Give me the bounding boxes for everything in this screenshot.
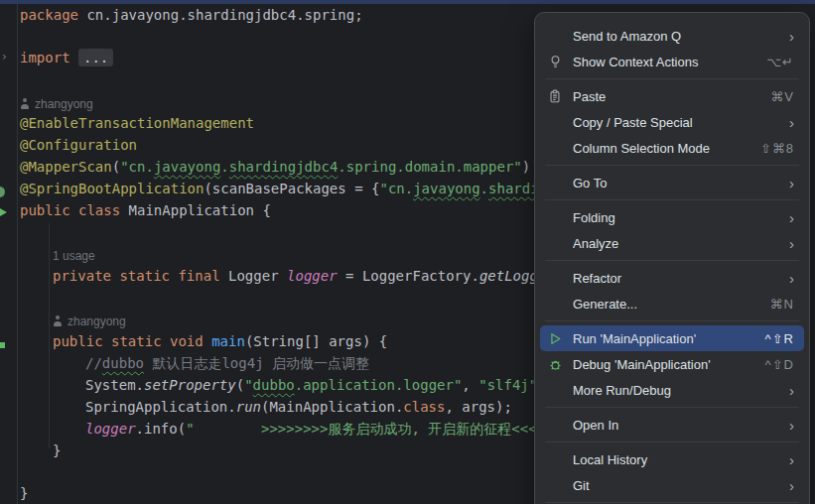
code-segment: (MainApplication. bbox=[261, 399, 403, 415]
code-segment: run bbox=[236, 399, 261, 415]
menu-separator bbox=[545, 407, 799, 408]
author-person-icon bbox=[53, 315, 63, 326]
menu-item-label: More Run/Debug bbox=[573, 383, 779, 398]
menu-item-label: Refactor bbox=[573, 271, 779, 286]
menu-item-label: Show Context Actions bbox=[573, 55, 756, 69]
code-line[interactable]: SpringApplication.run(MainApplication.cl… bbox=[85, 396, 512, 418]
author-person-icon bbox=[20, 98, 30, 109]
spring-bean-icon[interactable] bbox=[0, 187, 5, 197]
code-segment: import bbox=[20, 50, 78, 65]
menu-icon-placeholder bbox=[545, 270, 565, 286]
code-line[interactable]: } bbox=[20, 482, 28, 504]
code-segment: } bbox=[53, 442, 61, 458]
menu-item-label: Open In bbox=[573, 418, 779, 433]
code-segment: . bbox=[220, 159, 228, 175]
menu-item-debug-mainapplication[interactable]: Debug 'MainApplication'^⇧D bbox=[540, 351, 804, 377]
menu-item-send-to-amazon-q[interactable]: Send to Amazon Q› bbox=[540, 23, 804, 49]
menu-item-label: Git bbox=[573, 478, 779, 493]
menu-item-paste[interactable]: Paste⌘V bbox=[540, 83, 804, 109]
import-folded-line[interactable]: import ... bbox=[20, 47, 113, 68]
debug-icon bbox=[545, 356, 565, 372]
code-segment: main bbox=[211, 333, 245, 349]
shortcut-label: ^⇧D bbox=[765, 357, 794, 372]
code-line[interactable]: package cn.javayong.shardingjdbc4.spring… bbox=[20, 4, 363, 26]
menu-item-label: Folding bbox=[573, 210, 779, 225]
menu-item-git[interactable]: Git› bbox=[540, 472, 804, 498]
clipboard-icon bbox=[545, 88, 565, 104]
code-line[interactable]: @Configuration bbox=[20, 134, 137, 156]
code-segment: (String[] args) { bbox=[245, 333, 387, 349]
code-segment: package bbox=[20, 7, 86, 23]
fold-chevron-icon[interactable]: › bbox=[2, 50, 7, 63]
menu-item-refactor[interactable]: Refactor› bbox=[540, 265, 804, 291]
indent-guide bbox=[49, 223, 50, 448]
shortcut-label: ^⇧R bbox=[765, 331, 794, 346]
code-segment: } bbox=[20, 485, 28, 501]
menu-item-analyze[interactable]: Analyze› bbox=[540, 230, 804, 256]
submenu-arrow-icon: › bbox=[789, 176, 794, 190]
code-segment: (scanBasePackages = { bbox=[204, 181, 379, 196]
code-segment: , args); bbox=[445, 399, 511, 415]
menu-separator bbox=[545, 199, 799, 200]
code-segment: @EnableTransactionManagement bbox=[20, 115, 254, 131]
menu-item-copy-paste-special[interactable]: Copy / Paste Special› bbox=[540, 109, 804, 135]
shortcut-label: ⌥↵ bbox=[766, 55, 794, 69]
code-line[interactable]: public class MainApplication { bbox=[20, 199, 271, 221]
code-line[interactable]: //dubbo 默认日志走log4j 启动做一点调整 bbox=[85, 352, 369, 374]
menu-icon-placeholder bbox=[545, 417, 565, 433]
author-inlay[interactable]: zhangyong bbox=[20, 92, 93, 114]
menu-item-show-context-actions[interactable]: Show Context Actions⌥↵ bbox=[540, 49, 804, 74]
menu-icon-placeholder bbox=[545, 382, 565, 398]
menu-item-local-history[interactable]: Local History› bbox=[540, 446, 804, 472]
code-segment: 1 usage bbox=[53, 249, 95, 263]
code-segment: .application.logger" bbox=[295, 377, 463, 393]
menu-item-more-run-debug[interactable]: More Run/Debug› bbox=[540, 377, 804, 403]
code-line[interactable]: @MapperScan("cn.javayong.shardingjdbc4.s… bbox=[20, 156, 530, 178]
menu-icon-placeholder bbox=[545, 28, 565, 44]
code-segment: dubbo bbox=[102, 355, 144, 371]
menu-item-folding[interactable]: Folding› bbox=[540, 204, 804, 230]
code-segment: logger bbox=[85, 421, 136, 437]
menu-item-column-selection-mode[interactable]: Column Selection Mode⇧⌘8 bbox=[540, 135, 804, 161]
run-method-icon[interactable] bbox=[0, 342, 5, 348]
code-segment: class bbox=[403, 399, 445, 415]
code-line[interactable]: @EnableTransactionManagement bbox=[20, 112, 254, 134]
menu-icon-placeholder bbox=[545, 296, 565, 312]
lightbulb-icon bbox=[545, 54, 565, 69]
code-segment: javayong bbox=[154, 159, 220, 175]
code-line[interactable]: public static void main(String[] args) { bbox=[53, 330, 387, 352]
menu-item-label: Column Selection Mode bbox=[573, 141, 750, 156]
code-line[interactable]: System.setProperty("dubbo.application.lo… bbox=[85, 374, 554, 396]
shortcut-label: ⌘V bbox=[770, 89, 794, 104]
code-line[interactable]: } bbox=[53, 440, 61, 461]
menu-item-label: Debug 'MainApplication' bbox=[573, 357, 755, 372]
code-segment: SpringApplication. bbox=[85, 399, 236, 415]
submenu-arrow-icon: › bbox=[789, 478, 794, 493]
shortcut-label: ⇧⌘8 bbox=[760, 141, 794, 156]
usage-inlay[interactable]: 1 usage bbox=[53, 244, 95, 266]
code-segment: MainApplication { bbox=[129, 202, 271, 218]
run-class-icon[interactable] bbox=[0, 208, 7, 216]
menu-item-go-to[interactable]: Go To› bbox=[540, 170, 804, 195]
submenu-arrow-icon: › bbox=[789, 418, 794, 433]
menu-icon-placeholder bbox=[545, 140, 565, 156]
code-segment: ( bbox=[112, 159, 120, 175]
menu-separator bbox=[545, 78, 799, 79]
code-line[interactable]: private static final Logger logger = Log… bbox=[53, 265, 563, 287]
menu-item-label: Run 'MainApplication' bbox=[573, 331, 755, 346]
menu-separator bbox=[545, 165, 799, 166]
code-segment: @SpringBootApplication bbox=[20, 181, 204, 196]
code-line[interactable]: logger.info(" >>>>>>>>服务启动成功, 开启新的征程<<<<… bbox=[85, 418, 579, 440]
menu-separator bbox=[545, 260, 799, 261]
code-segment: "cn. bbox=[120, 159, 154, 175]
menu-icon-placeholder bbox=[545, 175, 565, 190]
menu-separator bbox=[545, 502, 799, 503]
menu-item-generate[interactable]: Generate...⌘N bbox=[540, 291, 804, 316]
author-inlay[interactable]: zhangyong bbox=[53, 310, 126, 331]
menu-icon-placeholder bbox=[545, 235, 565, 251]
code-segment: , bbox=[462, 377, 478, 393]
submenu-arrow-icon: › bbox=[789, 29, 794, 44]
code-segment: javayong bbox=[413, 181, 479, 196]
menu-item-open-in[interactable]: Open In› bbox=[540, 412, 804, 438]
menu-item-run-mainapplication[interactable]: Run 'MainApplication'^⇧R bbox=[540, 325, 804, 351]
